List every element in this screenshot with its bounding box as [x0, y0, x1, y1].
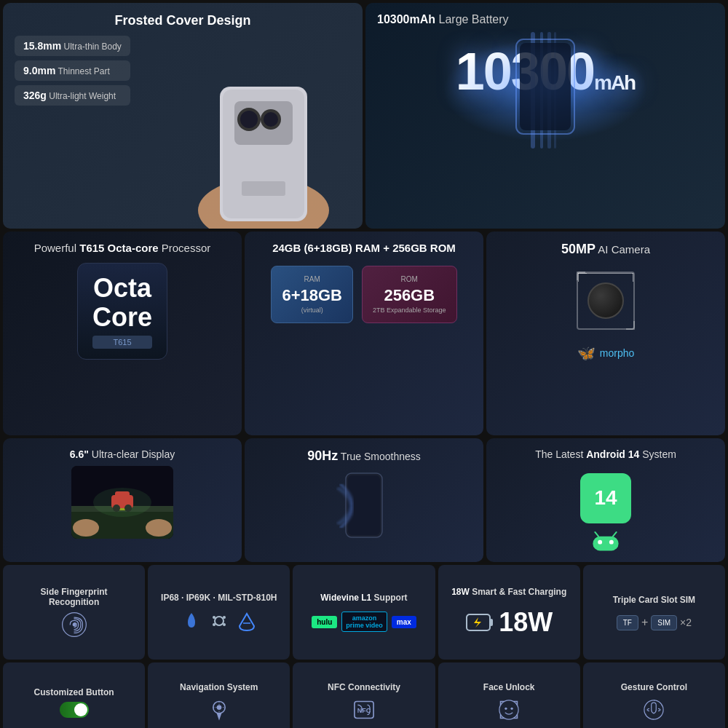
- button-cell: Customized Button: [3, 662, 145, 728]
- widevine-title: Widevine L1 Support: [320, 593, 407, 603]
- button-title: Customized Button: [34, 687, 114, 697]
- svg-point-61: [499, 700, 518, 719]
- frosted-title: Frosted Cover Design: [15, 13, 351, 28]
- tf-card: TF: [617, 615, 638, 630]
- navigation-cell: Navigation System: [148, 662, 290, 728]
- phone-svg: [183, 65, 344, 229]
- sim-card-label: SIM: [651, 615, 677, 630]
- ip68-title: IP68 · IP69K · MIL-STD-810H: [161, 593, 277, 603]
- row-1: Frosted Cover Design 15.8mm Ultra-thin B…: [3, 3, 725, 229]
- ram-title: 24GB (6+18GB) RAM + 256GB ROM: [272, 242, 456, 254]
- spec-thin: 9.0mm Thinnest Part: [15, 60, 130, 81]
- svg-point-12: [264, 112, 278, 127]
- hz-phone: [335, 470, 393, 542]
- nfc-icon: NFC: [351, 697, 377, 723]
- row-3: 6.6" Ultra-clear Display: [3, 438, 725, 562]
- face-unlock-icon: [496, 697, 522, 723]
- display-screen: [71, 466, 173, 539]
- svg-point-42: [598, 539, 602, 544]
- amazon-logo: amazonprime video: [341, 612, 387, 632]
- fingerprint-title: Side Fingerprint Recognition: [41, 587, 108, 607]
- frosted-cover-cell: Frosted Cover Design 15.8mm Ultra-thin B…: [3, 3, 363, 229]
- svg-point-43: [609, 539, 614, 544]
- hz-title: 90Hz True Smoothness: [307, 448, 421, 464]
- svg-point-33: [73, 519, 99, 537]
- row-2: Powerful T615 Octa-core Processor Octa C…: [3, 232, 725, 435]
- ram-chips: RAM 6+18GB (virtual) ROM 256GB 2TB Expan…: [271, 266, 456, 323]
- camera-brackets: [578, 273, 633, 328]
- toggle-knob: [74, 703, 87, 716]
- svg-rect-20: [520, 43, 571, 130]
- charging-title: 18W Smart & Fast Charging: [451, 587, 566, 597]
- svg-point-47: [213, 616, 215, 619]
- rom-chip: ROM 256GB 2TB Expandable Storage: [362, 266, 457, 323]
- spec-body: 15.8mm Ultra-thin Body: [15, 36, 130, 56]
- row-5: Customized Button Navigation System NFC …: [3, 662, 725, 728]
- sim-icons: TF + SIM ×2: [617, 615, 692, 630]
- processor-title: Powerful T615 Octa-core Processor: [34, 242, 211, 254]
- main-grid: Frosted Cover Design 15.8mm Ultra-thin B…: [0, 0, 728, 728]
- svg-point-46: [215, 617, 223, 625]
- android-robot-svg: [584, 531, 628, 552]
- svg-rect-38: [348, 475, 380, 535]
- drop-icon: [236, 610, 258, 632]
- dust-icon: [208, 610, 230, 632]
- charging-badge: 18W: [465, 607, 553, 638]
- sim-title: Triple Card Slot SIM: [613, 595, 695, 605]
- svg-point-50: [223, 623, 226, 626]
- svg-marker-54: [474, 617, 481, 628]
- display-title: 6.6" Ultra-clear Display: [70, 448, 175, 460]
- ip68-icons: [181, 610, 258, 632]
- morpho-badge: 🦋 morpho: [577, 344, 634, 362]
- widevine-cell: Widevine L1 Support hulu amazonprime vid…: [293, 565, 435, 660]
- streaming-logos: hulu amazonprime video max: [312, 612, 416, 632]
- nfc-title: NFC Connectivity: [328, 682, 400, 692]
- fingerprint-icon: [61, 612, 87, 638]
- water-icon: [181, 610, 202, 632]
- octa-text: Octa Core: [92, 274, 152, 331]
- svg-point-10: [240, 111, 258, 128]
- android-title: The Latest Android 14 System: [535, 448, 676, 460]
- svg-line-39: [595, 532, 598, 537]
- phone-hand-illustration: [183, 65, 344, 229]
- row-4: Side Fingerprint Recognition IP68 · IP69…: [3, 565, 725, 660]
- charging-cell: 18W Smart & Fast Charging 18W: [438, 565, 580, 660]
- android-logo: 14: [580, 473, 631, 523]
- android-cell: The Latest Android 14 System 14: [486, 438, 725, 562]
- gesture-cell: Gesture Control: [583, 662, 725, 728]
- ram-chip: RAM 6+18GB (virtual): [271, 266, 353, 323]
- svg-point-34: [146, 519, 172, 537]
- hz-cell: 90Hz True Smoothness: [245, 438, 483, 562]
- battery-cell: 10300mAh Large Battery: [365, 3, 725, 229]
- spec-weight: 326g Ultra-light Weight: [15, 85, 130, 106]
- octa-box: Octa Core T615: [77, 263, 167, 360]
- svg-rect-53: [490, 619, 493, 626]
- svg-point-49: [213, 623, 215, 626]
- camera-icon: [577, 272, 635, 330]
- battery-glow-svg: [436, 32, 654, 149]
- charging-icon: [465, 612, 494, 633]
- navigation-icon: [206, 697, 232, 723]
- svg-point-48: [223, 616, 226, 619]
- svg-rect-13: [242, 181, 285, 196]
- face-title: Face Unlock: [483, 682, 535, 692]
- camera-cell: 50MP AI Camera 🦋 morpho: [486, 232, 725, 435]
- navigation-title: Navigation System: [180, 682, 258, 692]
- gesture-icon: [641, 697, 667, 723]
- fingerprint-cell: Side Fingerprint Recognition: [3, 565, 145, 660]
- processor-cell: Powerful T615 Octa-core Processor Octa C…: [3, 232, 242, 435]
- svg-rect-41: [593, 536, 618, 550]
- display-cell: 6.6" Ultra-clear Display: [3, 438, 242, 562]
- sim-cell: Triple Card Slot SIM TF + SIM ×2: [583, 565, 725, 660]
- toggle-switch: [60, 702, 89, 718]
- svg-point-35: [93, 488, 151, 517]
- t615-badge: T615: [92, 336, 152, 349]
- svg-line-40: [613, 532, 617, 537]
- max-logo: max: [392, 616, 416, 628]
- ip68-cell: IP68 · IP69K · MIL-STD-810H: [148, 565, 290, 660]
- display-game-svg: [71, 466, 173, 539]
- nfc-cell: NFC Connectivity NFC: [293, 662, 435, 728]
- svg-point-63: [511, 708, 513, 710]
- face-unlock-cell: Face Unlock: [438, 662, 580, 728]
- svg-point-62: [505, 708, 507, 710]
